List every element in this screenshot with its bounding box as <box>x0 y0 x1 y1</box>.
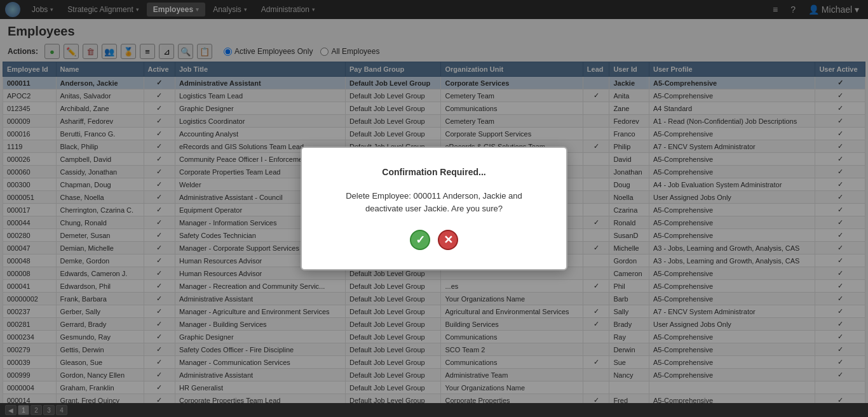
modal-overlay: Confirmation Required... Delete Employee… <box>0 0 868 417</box>
modal-message: Delete Employee: 000011 Anderson, Jackie… <box>327 190 541 215</box>
modal-buttons: ✓ ✕ <box>327 230 541 250</box>
modal-cancel-button[interactable]: ✕ <box>438 230 458 250</box>
modal-title: Confirmation Required... <box>327 167 541 177</box>
confirmation-modal: Confirmation Required... Delete Employee… <box>301 147 567 270</box>
modal-confirm-button[interactable]: ✓ <box>410 230 430 250</box>
